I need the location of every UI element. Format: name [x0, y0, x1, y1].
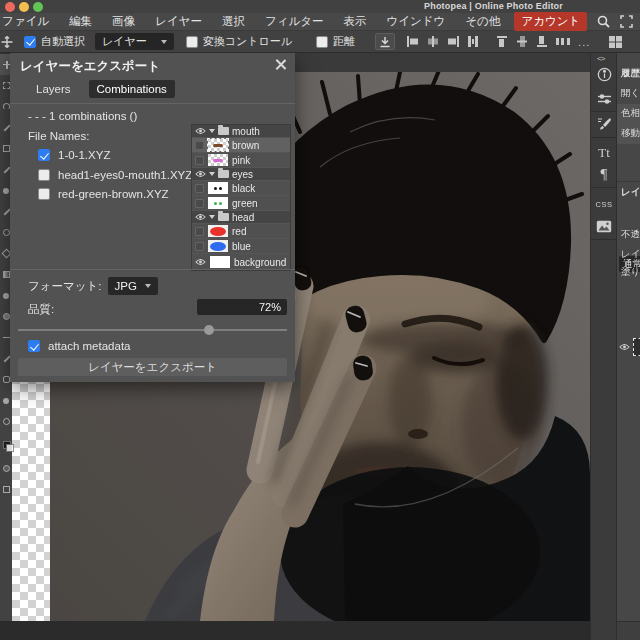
- layer-row-selected[interactable]: brown: [192, 138, 290, 153]
- file-names-label: File Names:: [28, 130, 89, 142]
- align-top-icon[interactable]: [495, 35, 509, 48]
- opacity-label: 不透明: [617, 225, 640, 245]
- brush-panel-icon[interactable]: [591, 113, 617, 136]
- window-minimize-button[interactable]: [19, 2, 29, 12]
- folder-icon: [218, 213, 229, 221]
- layer-row[interactable]: black: [192, 181, 290, 196]
- visibility-eye-icon[interactable]: [195, 258, 206, 266]
- layer-checkbox[interactable]: [195, 141, 204, 150]
- move-tool-badge-icon: [1, 36, 13, 48]
- arrange-grid-icon[interactable]: [608, 35, 623, 49]
- css-panel-icon[interactable]: CSS: [591, 193, 617, 216]
- close-icon[interactable]: [275, 58, 287, 70]
- target-select[interactable]: レイヤー: [95, 33, 174, 50]
- history-step-hue[interactable]: 色相: [617, 104, 640, 124]
- visibility-eye-icon[interactable]: [195, 213, 206, 221]
- distance-checkbox[interactable]: [316, 36, 328, 48]
- attach-metadata-checkbox[interactable]: [28, 340, 40, 352]
- layer-checkbox[interactable]: [195, 227, 204, 236]
- search-icon[interactable]: [597, 15, 610, 28]
- image-panel-icon[interactable]: [591, 215, 617, 238]
- align-left-icon[interactable]: [406, 35, 420, 48]
- menu-select[interactable]: 選択: [212, 14, 255, 29]
- layer-row[interactable]: green: [192, 196, 290, 211]
- character-panel-icon[interactable]: Tt: [591, 141, 617, 164]
- slider-track: [18, 329, 287, 331]
- export-layers-button[interactable]: レイヤーをエクスポート: [18, 358, 287, 376]
- align-bottom-icon[interactable]: [535, 35, 549, 48]
- layer-checkbox[interactable]: [195, 199, 204, 208]
- layers-panel-row[interactable]: [617, 334, 640, 360]
- history-step-open[interactable]: 開く: [617, 84, 640, 104]
- visibility-eye-icon[interactable]: [195, 127, 206, 135]
- transform-controls-checkbox[interactable]: [186, 36, 198, 48]
- layer-row-background[interactable]: background: [192, 254, 290, 270]
- tab-combinations[interactable]: Combinations: [89, 80, 175, 98]
- layer-checkbox[interactable]: [195, 242, 204, 251]
- layer-row[interactable]: pink: [192, 153, 290, 168]
- menu-file[interactable]: ファイル: [0, 14, 59, 29]
- layers-panel-title: レイ: [617, 183, 640, 203]
- history-step-move[interactable]: 移動: [617, 124, 640, 144]
- export-arrange-button[interactable]: [375, 33, 395, 50]
- more-options-label[interactable]: ...: [578, 36, 590, 48]
- panel-dock: <> Tt ¶ CSS: [590, 53, 617, 640]
- slider-handle[interactable]: [204, 325, 214, 335]
- menu-more[interactable]: その他: [455, 14, 510, 29]
- quality-slider[interactable]: [18, 325, 287, 335]
- menu-filter[interactable]: フィルター: [255, 14, 334, 29]
- file-checkbox[interactable]: [38, 188, 50, 200]
- layer-group-row[interactable]: mouth: [192, 125, 290, 138]
- zoom-tool-icon[interactable]: [0, 411, 12, 432]
- menu-edit[interactable]: 編集: [59, 14, 102, 29]
- paragraph-panel-icon[interactable]: ¶: [591, 163, 617, 186]
- dock-collapse-handle[interactable]: <>: [597, 54, 604, 63]
- visibility-eye-icon[interactable]: [619, 343, 630, 351]
- window-close-button[interactable]: [5, 2, 15, 12]
- collapse-caret-icon[interactable]: [209, 172, 215, 176]
- collapse-caret-icon[interactable]: [209, 129, 215, 133]
- file-checkbox[interactable]: [38, 169, 50, 181]
- distribute-spacing-icon[interactable]: [555, 35, 571, 48]
- tab-layers[interactable]: Layers: [28, 80, 79, 98]
- screen-mode-icon[interactable]: [0, 479, 12, 500]
- menu-window[interactable]: ウインドウ: [376, 14, 455, 29]
- quick-mask-icon[interactable]: [0, 458, 12, 479]
- format-select[interactable]: JPG: [108, 277, 158, 295]
- color-swatches[interactable]: [0, 432, 12, 458]
- layer-row[interactable]: blue: [192, 239, 290, 254]
- menu-view[interactable]: 表示: [333, 14, 376, 29]
- menu-layer[interactable]: レイヤー: [145, 14, 212, 29]
- combinations-summary: - - - 1 combinations (): [28, 110, 137, 122]
- auto-select-checkbox[interactable]: [24, 36, 36, 48]
- visibility-eye-icon[interactable]: [195, 170, 206, 178]
- collapse-caret-icon[interactable]: [209, 215, 215, 219]
- file-row: red-green-brown.XYZ: [38, 188, 169, 200]
- layer-row[interactable]: red: [192, 224, 290, 239]
- layer-group-row[interactable]: head: [192, 211, 290, 224]
- menu-image[interactable]: 画像: [102, 14, 145, 29]
- hand-tool-icon[interactable]: [0, 390, 12, 411]
- align-center-icon[interactable]: [426, 35, 440, 48]
- group-name: head: [232, 212, 254, 223]
- info-panel-icon[interactable]: [591, 63, 617, 86]
- align-middle-icon[interactable]: [515, 35, 529, 48]
- align-right-icon[interactable]: [446, 35, 460, 48]
- account-button[interactable]: アカウント: [514, 12, 587, 31]
- layer-thumbnail[interactable]: [633, 338, 640, 356]
- file-checkbox[interactable]: [38, 149, 50, 161]
- layer-checkbox[interactable]: [195, 184, 204, 193]
- fullscreen-icon[interactable]: [620, 15, 633, 28]
- auto-select-label: 自動選択: [41, 34, 85, 49]
- attach-metadata-row: attach metadata: [28, 340, 130, 352]
- layer-thumbnail: [210, 256, 230, 268]
- layer-checkbox[interactable]: [195, 156, 204, 165]
- format-value: JPG: [115, 280, 137, 292]
- layer-thumbnail: [208, 225, 228, 237]
- distribute-icon[interactable]: [466, 35, 480, 48]
- file-name: head1-eyes0-mouth1.XYZ: [58, 169, 192, 181]
- layer-name: green: [232, 198, 258, 209]
- adjustments-panel-icon[interactable]: [591, 87, 617, 110]
- window-zoom-button[interactable]: [33, 2, 43, 12]
- layer-group-row[interactable]: eyes: [192, 168, 290, 181]
